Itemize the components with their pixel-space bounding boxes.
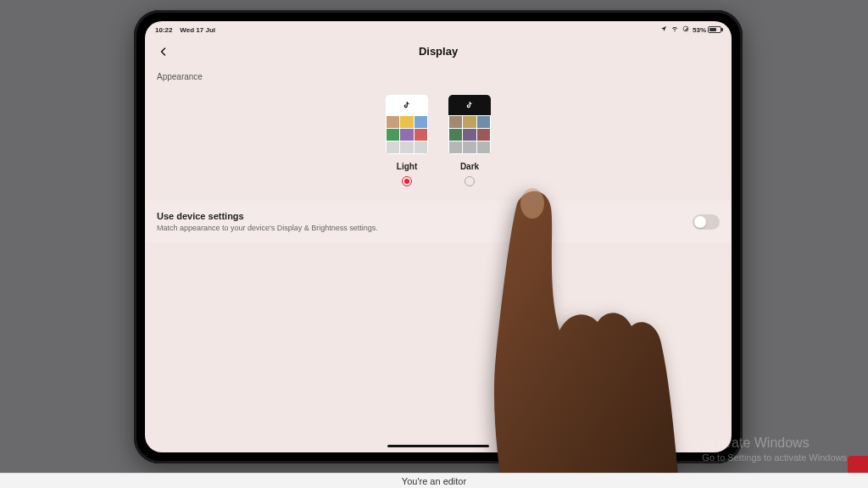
app-logo-icon bbox=[465, 101, 474, 109]
bottom-status-bar: You're an editor bbox=[0, 473, 868, 488]
page-title: Display bbox=[419, 45, 458, 58]
app-logo-icon bbox=[403, 101, 411, 109]
page-header: Display bbox=[145, 36, 732, 65]
corner-app-icon bbox=[848, 456, 868, 473]
battery-icon bbox=[708, 26, 721, 33]
bottom-status-text: You're an editor bbox=[402, 476, 466, 486]
theme-label-dark: Dark bbox=[460, 162, 479, 171]
section-appearance-label: Appearance bbox=[157, 72, 203, 81]
screen: 10:22 Wed 17 Jul 53% bbox=[145, 21, 732, 452]
battery-percent: 53% bbox=[693, 26, 706, 34]
use-device-settings-subtitle: Match appearance to your device's Displa… bbox=[157, 224, 378, 232]
theme-option-light[interactable]: Light bbox=[385, 94, 429, 186]
radio-dark[interactable] bbox=[465, 176, 475, 186]
status-time: 10:22 bbox=[155, 26, 172, 34]
use-device-settings-title: Use device settings bbox=[157, 211, 378, 221]
theme-options: Light Dark bbox=[145, 94, 732, 186]
chevron-left-icon bbox=[159, 46, 169, 58]
use-device-settings-row: Use device settings Match appearance to … bbox=[145, 201, 732, 242]
theme-label-light: Light bbox=[397, 162, 417, 171]
status-right: 53% bbox=[660, 25, 721, 34]
theme-option-dark[interactable]: Dark bbox=[448, 94, 492, 186]
battery-indicator: 53% bbox=[693, 26, 721, 34]
theme-thumbnail-dark bbox=[448, 94, 492, 155]
location-icon bbox=[660, 25, 667, 34]
status-date: Wed 17 Jul bbox=[180, 26, 215, 34]
radio-light[interactable] bbox=[402, 176, 412, 186]
dnd-icon bbox=[682, 25, 689, 34]
wifi-icon bbox=[670, 25, 679, 34]
status-bar: 10:22 Wed 17 Jul 53% bbox=[145, 21, 732, 36]
theme-thumbnail-light bbox=[385, 94, 429, 155]
back-button[interactable] bbox=[153, 42, 174, 62]
home-indicator[interactable] bbox=[387, 445, 489, 447]
tablet-frame: 10:22 Wed 17 Jul 53% bbox=[134, 10, 743, 463]
use-device-settings-toggle[interactable] bbox=[693, 214, 720, 230]
status-left: 10:22 Wed 17 Jul bbox=[155, 26, 215, 34]
